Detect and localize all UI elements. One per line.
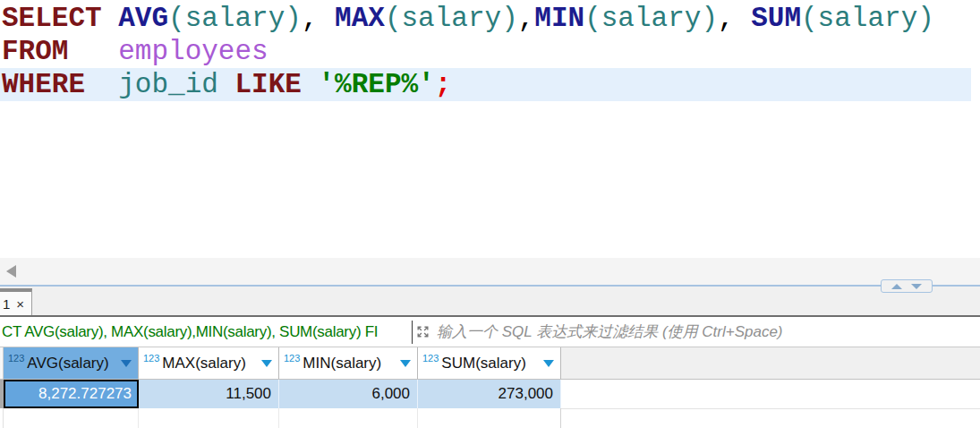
column-label: AVG(salary)	[27, 355, 108, 372]
numeric-type-icon: 123	[8, 353, 24, 364]
sql-token-plain: ,	[718, 3, 751, 34]
column-filter-dropdown-icon[interactable]	[261, 360, 272, 367]
sql-token-identifier: (salary)	[385, 3, 518, 34]
sql-token-plain	[102, 3, 119, 34]
results-tab-strip: 1 ×	[0, 287, 980, 317]
grid-gridline	[417, 408, 418, 428]
grid-gridline	[561, 408, 980, 409]
splitter-minmax-control[interactable]	[881, 279, 933, 293]
minimize-panel-icon[interactable]	[911, 284, 922, 289]
sql-line-1: SELECT AVG(salary), MAX(salary),MIN(sala…	[0, 2, 971, 35]
sql-token-keyword: WHERE	[2, 69, 85, 100]
numeric-type-icon: 123	[284, 353, 300, 364]
sql-line-2: FROM employees	[0, 35, 971, 68]
column-label: MIN(salary)	[303, 355, 381, 372]
column-label: SUM(salary)	[441, 355, 525, 372]
column-header-SUM(salary)[interactable]: 123SUM(salary)	[418, 347, 561, 379]
column-header-MAX(salary)[interactable]: 123MAX(salary)	[139, 347, 279, 379]
column-label: MAX(salary)	[162, 355, 246, 372]
column-filter-dropdown-icon[interactable]	[400, 360, 411, 367]
sql-token-string: '%REP%'	[319, 69, 435, 100]
sql-token-keyword: SELECT	[2, 3, 102, 34]
sql-token-function: SUM	[751, 3, 801, 34]
row-header-empty	[0, 408, 4, 428]
grid-gridline	[560, 408, 561, 428]
maximize-panel-icon[interactable]	[891, 284, 902, 289]
sql-token-semicolon: ;	[435, 69, 452, 100]
scroll-left-icon[interactable]	[6, 265, 16, 278]
results-tab-label: 1	[3, 296, 10, 312]
grid-gridline	[278, 408, 279, 428]
sql-token-plain	[302, 69, 319, 100]
numeric-type-icon: 123	[422, 353, 439, 364]
grid-header-row: 123AVG(salary)123MAX(salary)123MIN(salar…	[0, 347, 980, 380]
sql-token-plain: ,	[302, 3, 335, 34]
expand-filter-panel-icon[interactable]	[413, 324, 433, 339]
column-header-AVG(salary)[interactable]: 123AVG(salary)	[4, 347, 139, 379]
results-tab[interactable]: 1 ×	[0, 288, 32, 315]
numeric-type-icon: 123	[143, 353, 159, 364]
sql-token-table: employees	[118, 36, 268, 67]
cell-AVG(salary)[interactable]: 8,272.727273	[4, 380, 139, 408]
results-filter-bar: CT AVG(salary), MAX(salary),MIN(salary),…	[0, 317, 980, 347]
sql-token-plain	[85, 69, 118, 100]
cell-SUM(salary)[interactable]: 273,000	[418, 380, 561, 408]
sql-token-plain: ,	[518, 3, 535, 34]
column-filter-dropdown-icon[interactable]	[121, 360, 132, 367]
grid-empty-area	[0, 408, 980, 428]
sql-token-function: MAX	[335, 3, 385, 34]
tab-close-icon[interactable]: ×	[16, 296, 24, 312]
results-grid: 123AVG(salary)123MAX(salary)123MIN(salar…	[0, 347, 980, 428]
sql-token-identifier: job_id	[118, 69, 218, 100]
sql-token-identifier: (salary)	[584, 3, 718, 34]
sql-token-keyword: FROM	[2, 36, 68, 67]
grid-gridline	[138, 408, 139, 428]
table-row[interactable]: 8,272.72727311,5006,000273,000	[0, 380, 980, 408]
cell-MAX(salary)[interactable]: 11,500	[139, 380, 279, 408]
cell-MIN(salary)[interactable]: 6,000	[279, 380, 418, 408]
filter-input[interactable]: 输入一个 SQL 表达式来过滤结果 (使用 Ctrl+Space)	[433, 321, 783, 342]
column-header-MIN(salary)[interactable]: 123MIN(salary)	[279, 347, 418, 379]
sql-token-plain	[218, 69, 235, 100]
sql-token-identifier: (salary)	[801, 3, 934, 34]
sql-token-plain	[68, 36, 118, 67]
filter-query-text: CT AVG(salary), MAX(salary),MIN(salary),…	[0, 323, 412, 341]
sql-token-function: AVG	[118, 3, 168, 34]
sql-token-identifier: (salary)	[168, 3, 302, 34]
sql-line-3: WHERE job_id LIKE '%REP%';	[0, 68, 971, 101]
sql-token-keyword: LIKE	[234, 69, 301, 100]
sql-editor[interactable]: SELECT AVG(salary), MAX(salary),MIN(sala…	[0, 0, 980, 260]
column-filter-dropdown-icon[interactable]	[543, 360, 554, 367]
sql-token-function: MIN	[534, 3, 584, 34]
editor-hscrollbar[interactable]	[0, 258, 980, 285]
